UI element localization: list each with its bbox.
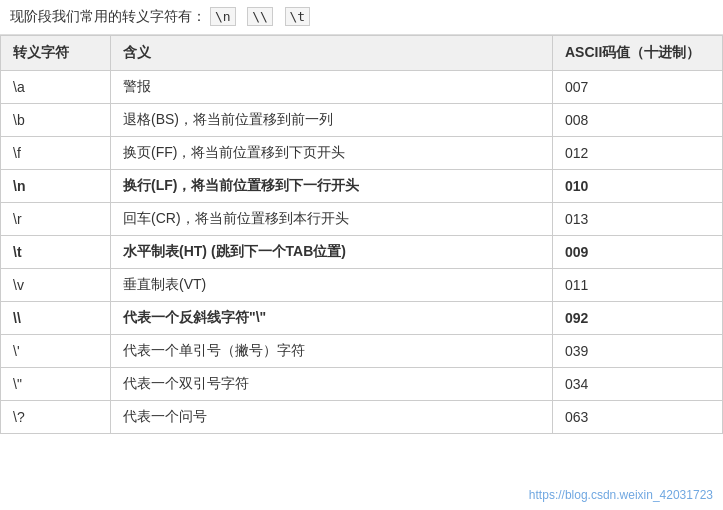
- code-t: \t: [285, 7, 311, 26]
- table-row: \r回车(CR)，将当前位置移到本行开头013: [1, 203, 723, 236]
- table-row: \f换页(FF)，将当前位置移到下页开头012: [1, 137, 723, 170]
- table-row: \'代表一个单引号（撇号）字符039: [1, 335, 723, 368]
- cell-escape: \a: [1, 71, 111, 104]
- cell-escape: \b: [1, 104, 111, 137]
- cell-ascii: 009: [553, 236, 723, 269]
- cell-escape: \\: [1, 302, 111, 335]
- cell-ascii: 092: [553, 302, 723, 335]
- cell-meaning: 代表一个问号: [111, 401, 553, 434]
- cell-ascii: 007: [553, 71, 723, 104]
- cell-meaning: 回车(CR)，将当前位置移到本行开头: [111, 203, 553, 236]
- cell-meaning: 代表一个反斜线字符"\": [111, 302, 553, 335]
- cell-meaning: 换页(FF)，将当前位置移到下页开头: [111, 137, 553, 170]
- cell-ascii: 011: [553, 269, 723, 302]
- table-row: \n换行(LF)，将当前位置移到下一行开头010: [1, 170, 723, 203]
- cell-meaning: 代表一个双引号字符: [111, 368, 553, 401]
- cell-meaning: 代表一个单引号（撇号）字符: [111, 335, 553, 368]
- code-n: \n: [210, 7, 236, 26]
- table-header-row: 转义字符 含义 ASCII码值（十进制）: [1, 36, 723, 71]
- cell-meaning: 换行(LF)，将当前位置移到下一行开头: [111, 170, 553, 203]
- cell-ascii: 063: [553, 401, 723, 434]
- escape-table: 转义字符 含义 ASCII码值（十进制） \a警报007\b退格(BS)，将当前…: [0, 35, 723, 434]
- cell-ascii: 013: [553, 203, 723, 236]
- table-row: \?代表一个问号063: [1, 401, 723, 434]
- cell-escape: \f: [1, 137, 111, 170]
- cell-ascii: 012: [553, 137, 723, 170]
- table-row: \\代表一个反斜线字符"\"092: [1, 302, 723, 335]
- code-backslash: \\: [247, 7, 273, 26]
- cell-escape: \': [1, 335, 111, 368]
- table-row: \a警报007: [1, 71, 723, 104]
- table-row: \b退格(BS)，将当前位置移到前一列008: [1, 104, 723, 137]
- cell-meaning: 水平制表(HT) (跳到下一个TAB位置): [111, 236, 553, 269]
- cell-ascii: 008: [553, 104, 723, 137]
- cell-escape: \t: [1, 236, 111, 269]
- cell-meaning: 垂直制表(VT): [111, 269, 553, 302]
- cell-escape: \?: [1, 401, 111, 434]
- cell-escape: \r: [1, 203, 111, 236]
- cell-escape: \": [1, 368, 111, 401]
- cell-ascii: 039: [553, 335, 723, 368]
- cell-meaning: 退格(BS)，将当前位置移到前一列: [111, 104, 553, 137]
- col-header-meaning: 含义: [111, 36, 553, 71]
- cell-escape: \v: [1, 269, 111, 302]
- header-text: 现阶段我们常用的转义字符有：: [10, 8, 206, 24]
- header-description: 现阶段我们常用的转义字符有： \n \\ \t: [0, 0, 723, 35]
- col-header-escape: 转义字符: [1, 36, 111, 71]
- cell-meaning: 警报: [111, 71, 553, 104]
- table-row: \t水平制表(HT) (跳到下一个TAB位置)009: [1, 236, 723, 269]
- table-row: \"代表一个双引号字符034: [1, 368, 723, 401]
- col-header-ascii: ASCII码值（十进制）: [553, 36, 723, 71]
- cell-ascii: 034: [553, 368, 723, 401]
- table-row: \v垂直制表(VT)011: [1, 269, 723, 302]
- cell-escape: \n: [1, 170, 111, 203]
- cell-ascii: 010: [553, 170, 723, 203]
